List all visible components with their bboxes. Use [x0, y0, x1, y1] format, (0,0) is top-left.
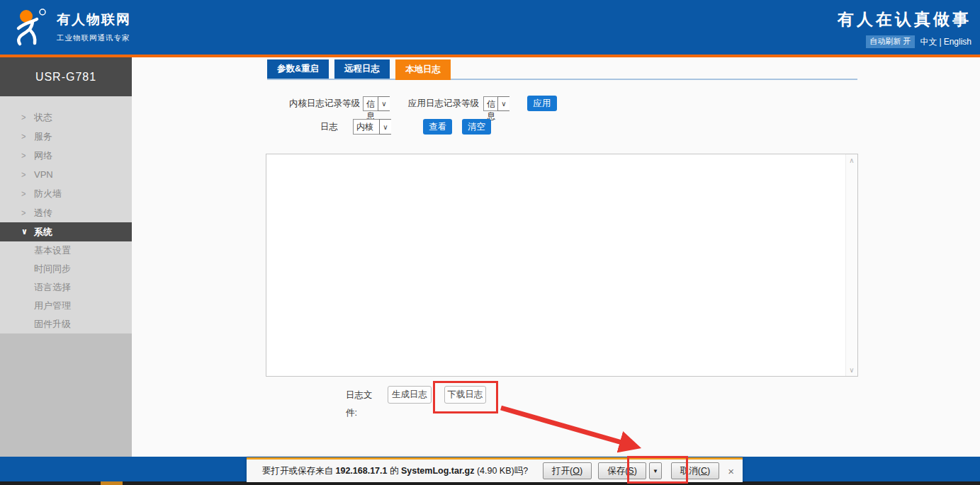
message-ip: 192.168.17.1: [335, 466, 387, 476]
sidebar-item-label: 状态: [34, 111, 52, 124]
cancel-button[interactable]: 取消(C): [671, 462, 719, 479]
log-content: [266, 154, 845, 376]
select-value: 信息: [484, 97, 497, 110]
usr-logo-icon: [11, 7, 50, 47]
save-button-text: 保存(: [607, 466, 628, 476]
header-sub: 自动刷新 开 中文|English: [838, 35, 971, 48]
view-button[interactable]: 查看: [423, 119, 452, 135]
log-textarea[interactable]: ∧ ∨: [266, 154, 858, 377]
select-value: 内核: [354, 120, 379, 134]
kernel-log-level-select[interactable]: 信息 ∨: [363, 96, 390, 111]
sidebar-item-status[interactable]: > 状态: [0, 108, 132, 127]
scroll-down-icon[interactable]: ∨: [849, 364, 854, 376]
generate-log-button[interactable]: 生成日志: [388, 386, 432, 404]
download-bar: 要打开或保存来自 192.168.17.1 的 SystemLog.tar.gz…: [247, 457, 743, 482]
message-size: (4.90 KB): [474, 466, 514, 476]
chevron-right-icon: >: [21, 151, 34, 160]
sidebar-menu: > 状态 > 服务 > 网络 > VPN > 防火墙 > 透传: [0, 96, 132, 333]
scrollbar[interactable]: ∧ ∨: [845, 154, 857, 376]
chevron-down-icon: ∨: [497, 96, 509, 111]
sidebar-item-passthrough[interactable]: > 透传: [0, 203, 132, 222]
chevron-right-icon: >: [21, 208, 34, 217]
message-filename: SystemLog.tar.gz: [401, 466, 475, 476]
sidebar-item-label: 服务: [34, 130, 52, 143]
apply-button[interactable]: 应用: [527, 96, 557, 111]
message-mid: 的: [387, 466, 400, 476]
auto-refresh-badge[interactable]: 自动刷新 开: [866, 35, 914, 48]
lang-zh-link[interactable]: 中文: [920, 37, 937, 47]
tab-bar: 参数&重启 远程日志 本地日志: [267, 59, 451, 80]
save-dropdown-button[interactable]: ▼: [649, 462, 662, 479]
cancel-button-key: C: [701, 466, 707, 476]
cancel-button-paren: ): [707, 466, 710, 476]
download-log-button[interactable]: 下载日志: [444, 386, 486, 404]
log-file-label: 日志文件:: [346, 387, 378, 422]
tab-local-log[interactable]: 本地日志: [395, 59, 451, 80]
select-value: 信息: [364, 97, 378, 110]
log-select[interactable]: 内核 ∨: [353, 119, 391, 135]
annotation-arrow: [492, 401, 659, 459]
sidebar-item-label: 网络: [34, 149, 52, 162]
download-message: 要打开或保存来自 192.168.17.1 的 SystemLog.tar.gz…: [262, 465, 528, 477]
sidebar-item-label: 系统: [34, 226, 52, 239]
sidebar-item-network[interactable]: > 网络: [0, 146, 132, 165]
scroll-up-icon[interactable]: ∧: [849, 154, 854, 166]
sidebar-subitem-basic-settings[interactable]: 基本设置: [0, 241, 132, 260]
device-name: USR-G781: [0, 57, 132, 96]
sidebar-subitem-firmware-upgrade[interactable]: 固件升级: [0, 315, 132, 333]
open-button-paren: ): [580, 466, 582, 476]
chevron-right-icon: >: [21, 113, 34, 122]
logo-title: 有人物联网: [57, 11, 131, 29]
chevron-down-icon: ∨: [378, 96, 390, 111]
header-bar: 有人物联网 工业物联网通讯专家 有人在认真做事 自动刷新 开 中文|Englis…: [0, 0, 980, 57]
download-bar-buttons: 打开(O) 保存(S) ▼ 取消(C) ×: [543, 462, 736, 479]
clear-button[interactable]: 清空: [462, 119, 491, 135]
sidebar: USR-G781 > 状态 > 服务 > 网络 > VPN > 防火墙: [0, 57, 132, 457]
lang-en-link[interactable]: English: [944, 37, 971, 47]
open-button-key: O: [573, 466, 580, 476]
chevron-down-icon: ∨: [21, 227, 34, 236]
sidebar-item-vpn[interactable]: > VPN: [0, 165, 132, 184]
open-button[interactable]: 打开(O): [543, 462, 592, 479]
chevron-down-icon: ∨: [379, 119, 391, 135]
caret-down-icon: ▼: [653, 468, 658, 474]
sidebar-item-label: 防火墙: [34, 188, 62, 200]
slogan: 有人在认真做事: [838, 8, 971, 30]
tab-remote-log[interactable]: 远程日志: [334, 59, 390, 79]
log-select-label: 日志: [315, 119, 338, 135]
sidebar-lower-area: [0, 333, 132, 457]
sidebar-item-label: 透传: [34, 207, 52, 219]
sidebar-subitem-language-select[interactable]: 语言选择: [0, 278, 132, 297]
sidebar-item-firewall[interactable]: > 防火墙: [0, 184, 132, 203]
cancel-button-text: 取消(: [680, 466, 701, 476]
kernel-log-level-label: 内核日志记录等级: [282, 96, 360, 111]
language-switcher: 中文|English: [920, 36, 971, 48]
message-prefix: 要打开或保存来自: [262, 466, 335, 476]
save-button-key: S: [628, 466, 633, 476]
chevron-right-icon: >: [21, 170, 34, 179]
open-button-text: 打开(: [552, 466, 573, 476]
lang-divider: |: [940, 37, 942, 47]
logo: 有人物联网 工业物联网通讯专家: [11, 7, 131, 47]
chevron-right-icon: >: [21, 189, 34, 198]
app-log-level-label: 应用日志记录等级: [401, 96, 479, 111]
sidebar-item-label: VPN: [34, 169, 53, 180]
sidebar-item-services[interactable]: > 服务: [0, 127, 132, 146]
chevron-right-icon: >: [21, 132, 34, 141]
logo-subtitle: 工业物联网通讯专家: [57, 33, 131, 43]
logo-text: 有人物联网 工业物联网通讯专家: [57, 11, 131, 43]
taskbar-accent: [101, 481, 123, 485]
message-suffix: 吗?: [514, 466, 528, 476]
page: 有人物联网 工业物联网通讯专家 有人在认真做事 自动刷新 开 中文|Englis…: [0, 0, 980, 485]
tab-params-restart[interactable]: 参数&重启: [267, 59, 329, 79]
close-icon[interactable]: ×: [728, 465, 734, 477]
save-button[interactable]: 保存(S): [598, 462, 646, 479]
app-log-level-select[interactable]: 信息 ∨: [483, 96, 509, 111]
header-right: 有人在认真做事 自动刷新 开 中文|English: [838, 8, 971, 48]
sidebar-subitem-time-sync[interactable]: 时间同步: [0, 260, 132, 278]
save-button-paren: ): [634, 466, 637, 476]
sidebar-subitem-user-management[interactable]: 用户管理: [0, 297, 132, 315]
sidebar-item-system[interactable]: ∨ 系统: [0, 222, 132, 241]
